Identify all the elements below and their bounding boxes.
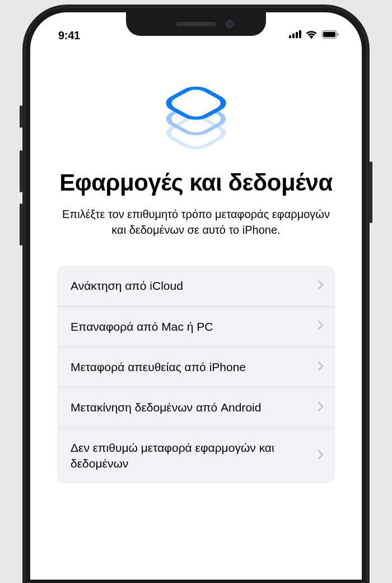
svg-rect-0 <box>289 35 291 38</box>
apps-data-icon <box>160 80 232 152</box>
front-camera <box>226 20 234 28</box>
wifi-icon <box>305 30 318 41</box>
svg-rect-6 <box>338 33 339 36</box>
chevron-right-icon <box>318 361 324 373</box>
option-label: Επαναφορά από Mac ή PC <box>71 319 318 334</box>
main-content: Εφαρμογές και δεδομένα Επιλέξτε τον επιθ… <box>30 46 362 483</box>
chevron-right-icon <box>318 450 324 462</box>
chevron-right-icon <box>318 401 324 414</box>
option-move-android[interactable]: Μετακίνηση δεδομένων από Android <box>57 387 335 428</box>
power-button <box>370 161 372 223</box>
mute-switch <box>20 105 22 128</box>
svg-rect-2 <box>296 32 298 38</box>
option-label: Ανάκτηση από iCloud <box>71 278 318 293</box>
option-dont-transfer[interactable]: Δεν επιθυμώ μεταφορά εφαρμογών και δεδομ… <box>57 428 335 483</box>
option-label: Μετακίνηση δεδομένων από Android <box>71 400 318 415</box>
svg-rect-9 <box>163 85 230 121</box>
options-list: Ανάκτηση από iCloud Επαναφορά από Mac ή … <box>57 266 335 483</box>
phone-body: 9:41 <box>22 4 370 583</box>
chevron-right-icon <box>318 280 324 292</box>
device-frame: 9:41 <box>0 0 392 583</box>
volume-up-button <box>20 150 22 192</box>
option-label: Μεταφορά απευθείας από iPhone <box>71 359 318 374</box>
option-restore-icloud[interactable]: Ανάκτηση από iCloud <box>57 266 335 306</box>
option-label: Δεν επιθυμώ μεταφορά εφαρμογών και δεδομ… <box>71 440 318 471</box>
svg-rect-1 <box>292 34 295 38</box>
svg-rect-5 <box>323 32 335 37</box>
page-subtitle: Επιλέξτε τον επιθυμητό τρόπο μεταφοράς ε… <box>57 206 335 238</box>
page-title: Εφαρμογές και δεδομένα <box>57 169 335 196</box>
chevron-right-icon <box>318 320 324 332</box>
svg-rect-3 <box>299 30 301 38</box>
notch <box>126 12 266 36</box>
battery-icon <box>321 30 339 41</box>
screen: 9:41 <box>30 12 362 580</box>
option-transfer-iphone[interactable]: Μεταφορά απευθείας από iPhone <box>57 347 335 387</box>
status-icons <box>289 30 339 41</box>
cellular-icon <box>289 30 301 40</box>
option-restore-mac-pc[interactable]: Επαναφορά από Mac ή PC <box>57 307 335 347</box>
volume-down-button <box>20 203 22 246</box>
speaker-grille <box>176 22 216 26</box>
status-time: 9:41 <box>58 29 80 42</box>
